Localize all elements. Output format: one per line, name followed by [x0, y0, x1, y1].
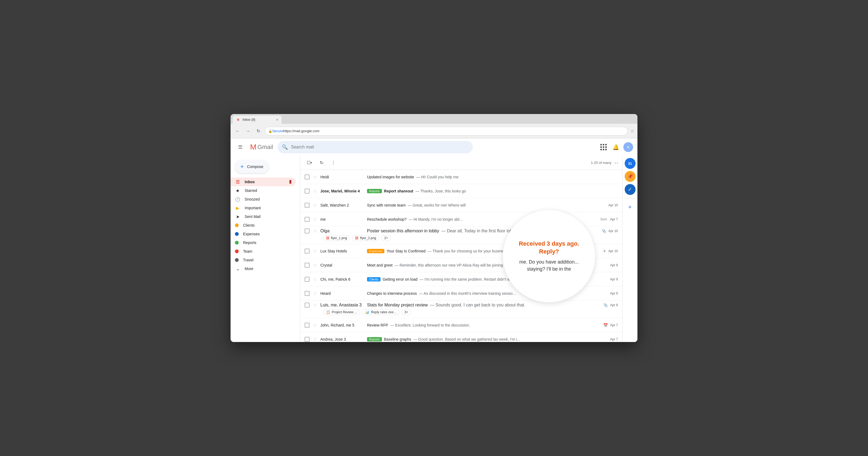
email-sender: Chi, me, Patrick 6 [320, 277, 364, 282]
sidebar-item-expenses[interactable]: Expenses [230, 230, 296, 238]
email-content: Meet and greet — Reminder, this afternoo… [367, 263, 607, 267]
refresh-button[interactable]: ↻ [254, 127, 262, 135]
reports-label-chip: Reports [367, 189, 382, 193]
add-panel-icon[interactable]: + [625, 202, 636, 212]
email-snippet: — Hi Mandy, I'm no longer abl... [409, 217, 463, 222]
email-row[interactable]: ☆ Andrea, Jose 3 Reports Baseline graphs… [300, 332, 622, 342]
inbox-badge: 8 [289, 180, 291, 184]
star-icon[interactable]: ☆ [313, 302, 317, 308]
email-checkbox[interactable] [305, 303, 310, 308]
star-icon[interactable]: ☆ [313, 276, 317, 282]
email-checkbox[interactable] [305, 323, 310, 327]
notification-button[interactable]: 🔔 [610, 142, 621, 152]
apps-button[interactable] [597, 142, 608, 152]
refresh-button[interactable]: ↻ [316, 158, 326, 168]
email-checkbox[interactable] [305, 229, 310, 233]
more-options-button[interactable]: ⋮ [329, 158, 338, 168]
calendar-panel-icon[interactable]: 31 [625, 158, 636, 169]
email-checkbox[interactable] [305, 174, 310, 179]
star-icon[interactable]: ☆ [313, 228, 317, 234]
email-subject: Baseline graphs [384, 337, 411, 341]
secure-icon: 🔒 [268, 129, 272, 133]
menu-button[interactable]: ☰ [235, 142, 246, 152]
secure-label: Secure [274, 127, 282, 135]
doc-icon: 📋 [326, 310, 330, 314]
forward-button[interactable]: → [244, 127, 252, 135]
email-meta: Apr 9 [610, 263, 618, 267]
attachment-name: flyer_2.png [360, 236, 376, 240]
email-row[interactable]: ☆ Chi, me, Patrick 6 Clients Getting err… [300, 272, 622, 286]
email-row[interactable]: ☆ Luis, me, Anastasia 3 Stats for Monday… [300, 301, 622, 318]
email-checkbox[interactable] [305, 337, 310, 342]
attachment-chip[interactable]: 🖼 flyer_2.png [352, 235, 379, 241]
sidebar-item-clients[interactable]: Clients [230, 221, 296, 230]
sidebar-item-inbox[interactable]: ☰ Inbox 8 [230, 177, 296, 186]
inbox-icon: ☰ [235, 179, 240, 184]
star-icon[interactable]: ☆ [313, 336, 317, 342]
sidebar-item-more[interactable]: ⌄ More [230, 264, 296, 273]
attachment-chip[interactable]: 📊 Reply rates ove... [362, 309, 399, 315]
address-bar[interactable]: 🔒 Secure https://mail.google.com [265, 127, 628, 136]
browser-tab[interactable]: M Inbox (8) × [233, 116, 282, 124]
email-row[interactable]: ☆ Lux Stay Hotels Expenses Your Stay Is … [300, 244, 622, 258]
back-button[interactable]: ← [234, 127, 241, 135]
star-icon[interactable]: ☆ [313, 322, 317, 328]
sidebar-item-team[interactable]: Team [230, 247, 296, 256]
select-all-checkbox[interactable]: ☐ ▾ [305, 158, 314, 168]
email-checkbox[interactable] [305, 203, 310, 208]
star-icon[interactable]: ☆ [313, 248, 317, 254]
search-input[interactable] [291, 145, 468, 149]
email-subject: Your Stay Is Confirmed [386, 249, 425, 253]
email-checkbox[interactable] [305, 263, 310, 267]
star-icon[interactable]: ☆ [313, 262, 317, 268]
email-row[interactable]: ☆ Heidi Updated images for website — Hi!… [300, 170, 622, 184]
email-row[interactable]: ☆ John, Richard, me 5 Review RFP — Excel… [300, 318, 622, 332]
star-icon[interactable]: ☆ [313, 188, 317, 194]
email-subject: Report shareout [384, 189, 413, 193]
email-sender: Luis, me, Anastasia 3 [320, 303, 364, 308]
email-meta: ✈ Apr 10 [603, 249, 618, 253]
email-subject: Sync with remote team [367, 203, 405, 207]
email-row[interactable]: ☆ Crystal Meet and greet — Reminder, thi… [300, 258, 622, 272]
sidebar-item-reports[interactable]: Reports [230, 238, 296, 247]
star-icon[interactable]: ☆ [313, 216, 317, 222]
email-row[interactable]: ☆ Olga Poster session this afternoon in … [300, 226, 622, 244]
sidebar-item-starred[interactable]: ★ Starred [230, 186, 296, 195]
attachment-more[interactable]: 2+ [381, 235, 391, 241]
sidebar-item-sent[interactable]: ➤ Sent Mail [230, 212, 296, 221]
compose-button[interactable]: + Compose [235, 160, 269, 173]
email-checkbox[interactable] [305, 217, 310, 222]
email-row[interactable]: ☆ me Reschedule workshop? — Hi Mandy, I'… [300, 212, 622, 226]
attachment-chip[interactable]: 📋 Project Review ... [323, 309, 360, 315]
sidebar-item-important[interactable]: ▶ Important [230, 204, 296, 212]
email-date: Apr 9 [610, 263, 618, 267]
search-bar[interactable]: 🔍 [278, 141, 473, 153]
next-page-button[interactable]: › [617, 161, 618, 165]
sidebar-item-snoozed[interactable]: 🕐 Snoozed [230, 195, 296, 204]
star-icon[interactable]: ☆ [313, 290, 317, 296]
email-checkbox[interactable] [305, 291, 310, 296]
email-checkbox[interactable] [305, 249, 310, 254]
attachment-chip[interactable]: 🖼 flyer_1.png [323, 235, 350, 241]
tasks-panel-icon[interactable]: ✓ [625, 184, 636, 195]
email-row[interactable]: ☆ Jose, Mariel, Winnie 4 Reports Report … [300, 184, 622, 198]
email-date: Apr 7 [610, 323, 618, 327]
star-icon[interactable]: ☆ [313, 174, 317, 180]
email-subject: Getting error on load [383, 277, 417, 282]
email-date: Apr 10 [609, 229, 618, 233]
tab-close-button[interactable]: × [276, 117, 278, 122]
email-row[interactable]: ☆ Salit, Wanzhen 2 Sync with remote team… [300, 198, 622, 212]
email-row[interactable]: ☆ Heard Changes to interview process — A… [300, 286, 622, 301]
user-avatar[interactable]: A [623, 142, 633, 152]
attachment-more[interactable]: 3+ [401, 309, 411, 315]
email-date: Apr 9 [610, 291, 618, 295]
keep-panel-icon[interactable]: 📌 [625, 171, 636, 182]
email-checkbox[interactable] [305, 189, 310, 194]
email-checkbox[interactable] [305, 277, 310, 282]
bookmark-star[interactable]: ☆ [630, 129, 634, 134]
prev-page-button[interactable]: ‹ [615, 161, 616, 165]
sidebar-item-travel[interactable]: Travel [230, 256, 296, 264]
email-date: Apr 10 [609, 203, 618, 207]
email-content: Changes to interview process — As discus… [367, 291, 607, 295]
star-icon[interactable]: ☆ [313, 202, 317, 208]
